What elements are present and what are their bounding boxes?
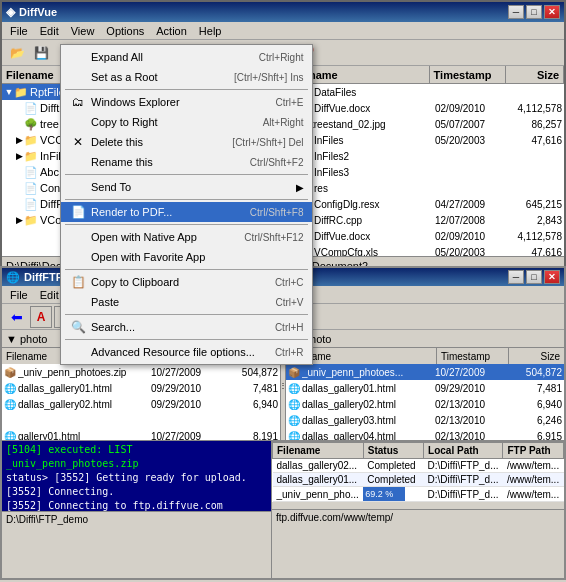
item-size: 86,257: [507, 119, 562, 130]
item-ts: 02/13/2010: [435, 431, 507, 441]
log-line: [3552] Connecting.: [6, 485, 267, 499]
cm-copy-right[interactable]: Copy to Right Alt+Right: [61, 112, 312, 132]
item-name: _univ_penn_photoes.zip: [18, 367, 151, 378]
ftp-left-item[interactable]: 🌐 gallery01.html 10/27/2009 8,191: [2, 428, 280, 440]
cm-open-favorite[interactable]: Open with Favorite App: [61, 247, 312, 267]
tr-ftp: /www/tem...: [503, 473, 564, 487]
cm-paste[interactable]: Paste Ctrl+V: [61, 292, 312, 312]
ftp-right-item[interactable]: 🌐 dallas_gallery03.html 02/13/2010 6,246: [286, 412, 564, 428]
menu-view[interactable]: View: [65, 24, 101, 38]
cm-copy-clipboard[interactable]: 📋 Copy to Clipboard Ctrl+C: [61, 272, 312, 292]
cm-shortcut: [Ctrl+/Shft+] Ins: [234, 72, 303, 83]
right-tree-item[interactable]: 📄 DiffVue.docx 02/09/2010 4,112,578: [286, 100, 564, 116]
cm-search[interactable]: 🔍 Search... Ctrl+H: [61, 317, 312, 337]
item-ts: 09/29/2010: [435, 383, 507, 394]
cm-render-pdf[interactable]: 📄 Render to PDF... Ctrl/Shft+F8: [61, 202, 312, 222]
open-button[interactable]: 💾: [30, 42, 52, 64]
file-icon: 🌐: [288, 431, 300, 441]
item-size: 6,915: [507, 431, 562, 441]
item-size: 7,481: [223, 383, 278, 394]
file-icon: 🌐: [4, 399, 16, 410]
right-tree-item[interactable]: 📁 res: [286, 180, 564, 196]
file-icon: 🌐: [288, 383, 300, 394]
ftp-right-item[interactable]: 📦 _univ_penn_photoes... 10/27/2009 504,8…: [286, 364, 564, 380]
item-name: InFiles: [314, 135, 435, 146]
expand-icon: ▶: [14, 151, 24, 161]
item-name: dallas_gallery04.html: [302, 431, 435, 441]
close-button[interactable]: ✕: [544, 5, 560, 19]
cm-icon: 🗂: [69, 95, 87, 109]
right-tree-item[interactable]: 📁 InFiles 05/20/2003 47,616: [286, 132, 564, 148]
right-file-tree: ▼ 📁 DataFiles 📄 DiffVue.docx 02/09/2010 …: [286, 84, 564, 256]
transfer-row: dallas_gallery01... Completed D:\Diffi\F…: [273, 473, 564, 487]
cm-shortcut: Ctrl+C: [275, 277, 304, 288]
ftp-rcol-size: Size: [509, 348, 564, 364]
cm-open-native[interactable]: Open with Native App Ctrl/Shft+F12: [61, 227, 312, 247]
ftp-back-arrow[interactable]: ⬅: [6, 306, 28, 328]
cm-expand-all[interactable]: Expand All Ctrl+Right: [61, 47, 312, 67]
cm-rename[interactable]: Rename this Ctrl/Shft+F2: [61, 152, 312, 172]
cm-advanced-options[interactable]: Advanced Resource file options... Ctrl+R: [61, 342, 312, 362]
ftp-right-item[interactable]: 🌐 dallas_gallery02.html 02/13/2010 6,940: [286, 396, 564, 412]
item-name: dallas_gallery01.html: [302, 383, 435, 394]
ftp-minimize[interactable]: ─: [508, 270, 524, 284]
cm-search-icon: 🔍: [69, 320, 87, 334]
cm-sep: [65, 199, 308, 200]
maximize-button[interactable]: □: [526, 5, 542, 19]
right-tree-item[interactable]: 📁 InFiles2: [286, 148, 564, 164]
item-ts: 02/09/2010: [435, 231, 507, 242]
tr-ftp: /www/tem...: [503, 487, 564, 502]
right-tree-item[interactable]: 📄 DiffRC.cpp 12/07/2008 2,843: [286, 212, 564, 228]
item-ts: 05/20/2003: [435, 135, 507, 146]
minimize-button[interactable]: ─: [508, 5, 524, 19]
cm-shortcut: Ctrl+H: [275, 322, 304, 333]
cm-shortcut: Ctrl+E: [275, 97, 303, 108]
menu-file[interactable]: File: [4, 24, 34, 38]
right-tree-item[interactable]: 📄 VCompCfg.xls 05/20/2003 47,616: [286, 244, 564, 256]
cm-label: Expand All: [91, 51, 239, 63]
cm-label: Windows Explorer: [91, 96, 255, 108]
ftp-right-item[interactable]: 🌐 dallas_gallery01.html 09/29/2010 7,481: [286, 380, 564, 396]
context-menu: Expand All Ctrl+Right Set as a Root [Ctr…: [60, 44, 313, 365]
menu-options[interactable]: Options: [100, 24, 150, 38]
cm-send-to[interactable]: Send To ▶: [61, 177, 312, 197]
ftp-right-item[interactable]: 🌐 dallas_gallery04.html 02/13/2010 6,915: [286, 428, 564, 440]
right-tree-item[interactable]: 📁 InFiles3: [286, 164, 564, 180]
ftp-left-path: ▼ photo: [6, 333, 47, 345]
ftp-log-section: [5104] executed: LIST _univ_penn_photoes…: [2, 441, 272, 578]
ftp-maximize[interactable]: □: [526, 270, 542, 284]
ftp-left-item[interactable]: 🌐 dallas_gallery02.html 09/29/2010 6,940: [2, 396, 280, 412]
menu-edit[interactable]: Edit: [34, 24, 65, 38]
right-tree-item[interactable]: 📄 DiffVue.docx 02/09/2010 4,112,578: [286, 228, 564, 244]
item-name: res: [314, 183, 562, 194]
item-name: dallas_gallery01.html: [18, 383, 151, 394]
menu-help[interactable]: Help: [193, 24, 228, 38]
cm-sep: [65, 314, 308, 315]
ftp-a-btn[interactable]: A: [30, 306, 52, 328]
ftp-left-item[interactable]: 🌐 dallas_gallery01.html 09/29/2010 7,481: [2, 380, 280, 396]
item-ts: 05/20/2003: [435, 247, 507, 257]
item-name: DataFiles: [314, 87, 562, 98]
ftp-left-item[interactable]: 📦 _univ_penn_photoes.zip 10/27/2009 504,…: [2, 364, 280, 380]
ftp-menu-file[interactable]: File: [4, 288, 34, 302]
item-size: 47,616: [507, 135, 562, 146]
menu-action[interactable]: Action: [150, 24, 193, 38]
right-tree-item[interactable]: 🖼 treestand_02.jpg 05/07/2007 86,257: [286, 116, 564, 132]
right-tree-item[interactable]: ▼ 📁 DataFiles: [286, 84, 564, 100]
item-size: 8,191: [223, 431, 278, 441]
title-bar-left: ◈ DiffVue: [6, 5, 57, 19]
new-button[interactable]: 📂: [6, 42, 28, 64]
right-tree-item[interactable]: 📄 ConfigDlg.resx 04/27/2009 645,215: [286, 196, 564, 212]
cm-windows-explorer[interactable]: 🗂 Windows Explorer Ctrl+E: [61, 92, 312, 112]
file-icon: 📦: [288, 367, 300, 378]
folder-icon: 📁: [24, 214, 38, 227]
item-name: _univ_penn_photoes...: [302, 367, 435, 378]
app-title: DiffVue: [19, 6, 57, 18]
ftp-rcol-ts: Timestamp: [437, 348, 509, 364]
ftp-left-item[interactable]: [2, 412, 280, 428]
cm-delete[interactable]: ✕ Delete this [Ctrl+/Shft+] Del: [61, 132, 312, 152]
folder-icon: 📁: [24, 150, 38, 163]
ftp-close[interactable]: ✕: [544, 270, 560, 284]
item-size: 4,112,578: [507, 231, 562, 242]
cm-set-root[interactable]: Set as a Root [Ctrl+/Shft+] Ins: [61, 67, 312, 87]
